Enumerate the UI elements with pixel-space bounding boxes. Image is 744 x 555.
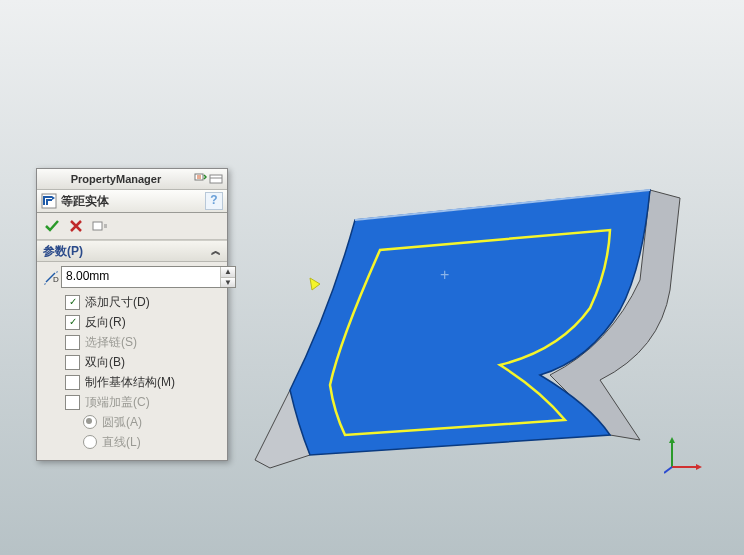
- parameters-group-header[interactable]: 参数(P) ︽: [37, 240, 227, 262]
- add-dimension-row[interactable]: ✓ 添加尺寸(D): [43, 292, 221, 312]
- offset-entities-icon: [41, 193, 57, 209]
- spin-down-button[interactable]: ▼: [221, 278, 235, 288]
- cap-line-radio: [83, 435, 97, 449]
- viewport: + PropertyManager: [0, 0, 744, 555]
- cap-line-label: 直线(L): [102, 434, 141, 451]
- bidirectional-label: 双向(B): [85, 354, 125, 371]
- offset-distance-icon: D: [43, 266, 61, 288]
- svg-rect-8: [210, 175, 222, 183]
- offset-distance-row: D ▲ ▼: [43, 266, 221, 288]
- panel-menu-icon[interactable]: [209, 172, 223, 186]
- svg-marker-5: [696, 464, 702, 470]
- add-dimension-checkbox[interactable]: ✓: [65, 295, 80, 310]
- cap-ends-checkbox: ✓: [65, 395, 80, 410]
- help-icon[interactable]: ?: [205, 192, 223, 210]
- property-manager-panel: PropertyManager 等距实体 ?: [36, 168, 228, 461]
- action-bar: [37, 213, 227, 240]
- reverse-label: 反向(R): [85, 314, 126, 331]
- svg-text:+: +: [440, 266, 449, 283]
- svg-line-6: [664, 467, 672, 473]
- cap-ends-label: 顶端加盖(C): [85, 394, 150, 411]
- svg-marker-3: [669, 437, 675, 443]
- feature-title-bar: 等距实体 ?: [37, 190, 227, 213]
- svg-text:D: D: [53, 275, 59, 284]
- reverse-checkbox[interactable]: ✓: [65, 315, 80, 330]
- cap-arc-row: 圆弧(A): [43, 412, 221, 432]
- bidirectional-checkbox[interactable]: ✓: [65, 355, 80, 370]
- svg-rect-11: [93, 222, 102, 230]
- panel-header: PropertyManager: [37, 169, 227, 190]
- detailed-preview-button[interactable]: [91, 217, 109, 235]
- panel-title: PropertyManager: [41, 173, 191, 185]
- parameters-group-title: 参数(P): [43, 243, 83, 260]
- select-chain-row: ✓ 选择链(S): [43, 332, 221, 352]
- reverse-row[interactable]: ✓ 反向(R): [43, 312, 221, 332]
- svg-rect-7: [195, 174, 203, 180]
- select-chain-label: 选择链(S): [85, 334, 137, 351]
- add-dimension-label: 添加尺寸(D): [85, 294, 150, 311]
- offset-distance-input[interactable]: ▲ ▼: [61, 266, 236, 288]
- cap-ends-row: ✓ 顶端加盖(C): [43, 392, 221, 412]
- parameters-group-body: D ▲ ▼ ✓ 添加尺寸(D) ✓ 反向(R): [37, 262, 227, 460]
- base-construction-label: 制作基体结构(M): [85, 374, 175, 391]
- cap-arc-radio: [83, 415, 97, 429]
- base-construction-checkbox[interactable]: ✓: [65, 375, 80, 390]
- cancel-button[interactable]: [67, 217, 85, 235]
- svg-marker-0: [310, 278, 320, 290]
- view-triad[interactable]: [664, 435, 704, 475]
- cap-arc-label: 圆弧(A): [102, 414, 142, 431]
- ok-button[interactable]: [43, 217, 61, 235]
- pin-icon[interactable]: [193, 172, 207, 186]
- bidirectional-row[interactable]: ✓ 双向(B): [43, 352, 221, 372]
- feature-name-label: 等距实体: [61, 193, 205, 210]
- base-construction-row[interactable]: ✓ 制作基体结构(M): [43, 372, 221, 392]
- select-chain-checkbox: ✓: [65, 335, 80, 350]
- graphics-area[interactable]: +: [240, 150, 720, 510]
- chevron-up-icon: ︽: [211, 244, 221, 258]
- cap-line-row: 直线(L): [43, 432, 221, 452]
- offset-distance-field[interactable]: [62, 267, 220, 285]
- spin-up-button[interactable]: ▲: [221, 267, 235, 278]
- model-view: +: [240, 150, 720, 510]
